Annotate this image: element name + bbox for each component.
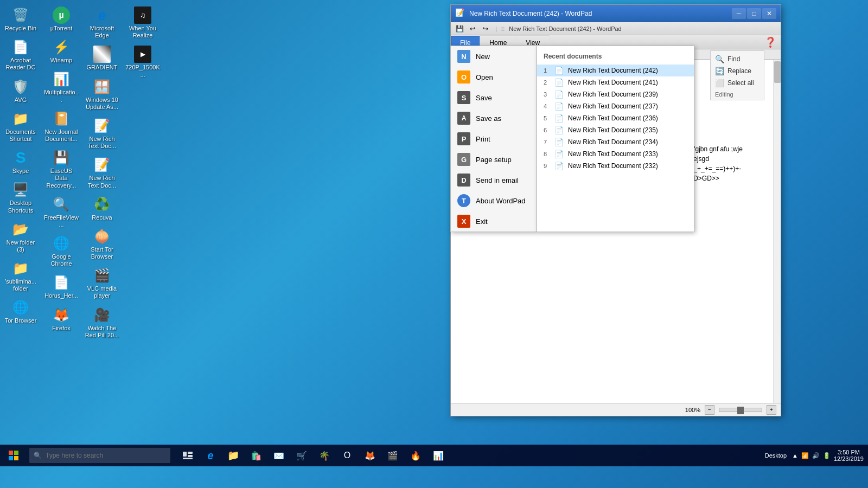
file-exit[interactable]: X Exit [451,211,537,232]
recent-doc-4[interactable]: 4 📄 New Rich Text Document (237) [537,100,694,112]
sublimina-icon[interactable]: 📁 'sublimina... folder [2,258,39,294]
file-print[interactable]: P Print [451,129,537,149]
mail-taskbar-icon[interactable]: ✉️ [268,445,290,466]
taskbar-show-desktop[interactable]: Desktop [765,452,787,459]
burp-taskbar-icon[interactable]: 🔥 [405,445,426,466]
vlc-icon[interactable]: 🎬 VLC media player [84,265,120,301]
recuva-icon[interactable]: ♻️ Recuva [84,194,120,223]
tor-browser-icon[interactable]: 🌐 Tor Browser [2,297,39,326]
replace-button[interactable]: 🔄 Replace [715,65,760,77]
firefox-taskbar-icon[interactable]: 🦊 [359,445,381,466]
win10-update-label: Windows 10 Update As... [85,97,119,111]
volume-icon[interactable]: 🔊 [812,452,820,459]
file-new[interactable]: N New [451,46,537,67]
file-about[interactable]: T About WordPad [451,190,537,211]
editing-title: Editing [715,91,760,98]
skype-icon[interactable]: S Skype [2,147,39,177]
ms-edge-label: Microsoft Edge [85,25,119,39]
zoom-slider-thumb[interactable] [737,407,744,414]
zoom-slider[interactable] [719,408,762,412]
gradient-icon[interactable]: GRADIENT [84,43,120,73]
file-send-email[interactable]: D Send in email [451,170,537,190]
recent-doc-3[interactable]: 3 📄 New Rich Text Document (239) [537,88,694,100]
new-rich-text2-label: New Rich Text Doc... [85,175,119,189]
horus-icon[interactable]: 📄 Horus_Her... [43,272,80,301]
close-button[interactable]: ✕ [762,8,776,19]
date-display: 12/23/2019 [834,455,864,462]
desktop-shortcuts-icon[interactable]: 🖥️ Desktop Shortcuts [2,179,39,216]
editing-panel: 🔍 Find 🔄 Replace ⬜ Select all Editing [710,50,764,100]
maximize-button[interactable]: □ [747,8,761,19]
scrollbar-thumb[interactable] [774,61,781,83]
vlc-taskbar-icon[interactable]: 🎬 [382,445,404,466]
new-folder-icon[interactable]: 📂 New folder (3) [2,219,39,255]
new-rich-text2-icon[interactable]: 📝 New Rich Text Doc... [84,154,120,191]
select-all-button[interactable]: ⬜ Select all [715,77,760,89]
store-taskbar-icon[interactable]: 🛍️ [245,445,267,466]
recent-doc-1[interactable]: 1 📄 New Rich Text Document (242) [537,65,694,76]
recent-doc-7[interactable]: 7 📄 New Rich Text Document (234) [537,136,694,148]
zoom-in-button[interactable]: + [767,405,776,415]
file-page-setup[interactable]: G Page setup [451,149,537,170]
watch-red-pill-icon[interactable]: 🎥 Watch The Red Pill 20... [84,304,120,341]
recuva-label: Recuva [92,214,112,221]
taskbar-extra-icon[interactable]: 📊 [427,445,449,466]
new-rich-text-icon[interactable]: 📝 New Rich Text Doc... [84,115,120,152]
start-button[interactable] [0,445,27,466]
recent-docs-panel: Recent documents 1 📄 New Rich Text Docum… [537,46,694,232]
multiplication-icon[interactable]: 📊 Multiplicatio... [43,68,80,105]
winamp-icon[interactable]: ⚡ Winamp [43,36,80,66]
easeus-label: EaseUS Data Recovery... [44,168,79,189]
start-tor-icon[interactable]: 🧅 Start Tor Browser [84,226,120,262]
utorrent-icon[interactable]: µ µTorrent [43,4,80,34]
amazon-taskbar-icon[interactable]: 🛒 [291,445,312,466]
search-icon: 🔍 [34,452,42,459]
taskbar: 🔍 e 📁 🛍️ ✉️ 🛒 🌴 O 🦊 🎬 🔥 📊 [0,445,868,466]
google-chrome-icon[interactable]: 🌐 Google Chrome [43,233,80,269]
new-journal-icon[interactable]: 📔 New Journal Document... [43,108,80,145]
quick-undo-button[interactable]: ↩ [467,24,478,34]
avg-icon[interactable]: 🛡️ AVG [2,76,39,106]
recent-doc-9[interactable]: 9 📄 New Rich Text Document (232) [537,160,694,172]
find-button[interactable]: 🔍 Find [715,53,760,65]
documents-shortcut-icon[interactable]: 📁 Documents Shortcut [2,108,39,145]
desktop-col1: 🗑️ Recycle Bin 📄 Acrobat Reader DC 🛡️ AV… [0,0,39,331]
gradient-label: GRADIENT [87,64,118,71]
task-view-icon[interactable] [177,445,199,466]
freefileview-icon[interactable]: 🔍 FreeFileView... [43,194,80,230]
recycle-bin-icon[interactable]: 🗑️ Recycle Bin [2,4,39,34]
ms-edge-icon[interactable]: e Microsoft Edge [84,4,120,41]
help-button[interactable]: ❓ [760,35,781,49]
new-journal-label: New Journal Document... [44,129,79,143]
title-bar-controls: ─ □ ✕ [732,8,776,19]
file-save[interactable]: S Save [451,87,537,108]
file-save-as[interactable]: A Save as [451,108,537,129]
when-you-realize-icon[interactable]: ♫ When You Realize [124,4,161,41]
recent-doc-6[interactable]: 6 📄 New Rich Text Document (235) [537,124,694,136]
recent-doc-5[interactable]: 5 📄 New Rich Text Document (236) [537,112,694,124]
recent-doc-2[interactable]: 2 📄 New Rich Text Document (241) [537,76,694,88]
minimize-button[interactable]: ─ [732,8,746,19]
clock[interactable]: 3:50 PM 12/23/2019 [834,449,864,462]
explorer-taskbar-icon[interactable]: 📁 [222,445,244,466]
recent-docs-title: Recent documents [537,50,694,65]
file-menu-left: N New O Open S Save A Save as P Print G … [450,46,537,232]
tripadvisor-taskbar-icon[interactable]: 🌴 [314,445,335,466]
start-tor-label: Start Tor Browser [85,246,119,260]
edge-taskbar-icon[interactable]: e [200,445,221,466]
easeus-icon[interactable]: 💾 EaseUS Data Recovery... [43,147,80,191]
zoom-out-button[interactable]: − [705,405,714,415]
acrobat-icon[interactable]: 📄 Acrobat Reader DC [2,36,39,73]
tray-expand[interactable]: ▲ [792,452,798,459]
quick-save-button[interactable]: 💾 [454,24,465,34]
quick-toolbar-label: ≡ [501,25,505,32]
scrollbar-vertical[interactable] [773,60,781,403]
720p-icon[interactable]: ▶ 720P_1500K... [124,43,161,80]
recent-doc-8[interactable]: 8 📄 New Rich Text Document (233) [537,148,694,160]
win10-update-icon[interactable]: 🪟 Windows 10 Update As... [84,76,120,113]
file-open[interactable]: O Open [451,67,537,87]
search-input[interactable] [29,448,170,463]
opera-taskbar-icon[interactable]: O [336,445,358,466]
firefox-icon[interactable]: 🦊 Firefox [43,304,80,334]
quick-redo-button[interactable]: ↪ [480,24,491,34]
